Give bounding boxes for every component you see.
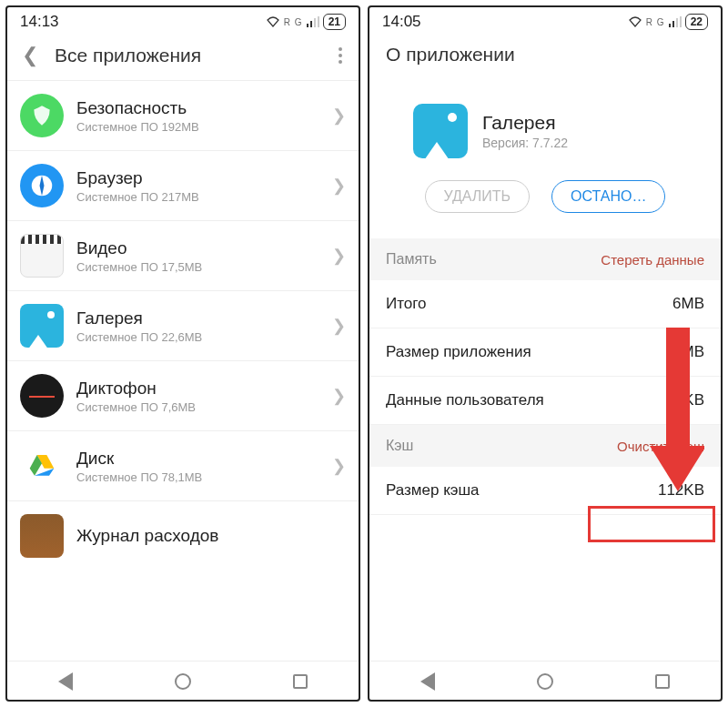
more-icon[interactable]	[339, 47, 346, 64]
memory-section-header: Память Стереть данные	[369, 238, 721, 280]
chevron-right-icon: ❯	[332, 106, 346, 126]
kv-key: Данные пользователя	[386, 391, 544, 409]
app-sub: Системное ПО 78,1MB	[76, 470, 319, 484]
delete-button[interactable]: УДАЛИТЬ	[425, 180, 531, 213]
nav-recent-icon[interactable]	[655, 674, 670, 689]
app-row-gallery[interactable]: Галерея Системное ПО 22,6MB ❯	[7, 291, 359, 361]
app-list: Безопасность Системное ПО 192MB ❯ Браузе…	[7, 80, 359, 661]
status-time: 14:05	[382, 13, 421, 31]
wifi-icon	[266, 16, 280, 27]
status-time: 14:13	[20, 13, 59, 31]
app-sub: Системное ПО 192MB	[76, 120, 319, 134]
chevron-right-icon: ❯	[332, 386, 346, 406]
chevron-right-icon: ❯	[332, 456, 346, 476]
signal-icon	[669, 16, 682, 27]
status-right: R G 21	[266, 14, 346, 30]
app-row-journal[interactable]: Журнал расходов	[7, 501, 359, 571]
wifi-icon	[628, 16, 642, 27]
header: ❮ Все приложения	[7, 35, 359, 80]
status-right: R G 22	[628, 14, 708, 30]
page-title: Все приложения	[55, 45, 324, 66]
phone-right: 14:05 R G 22 О приложении Галерея Версия…	[368, 5, 723, 702]
phone-left: 14:13 R G 21 ❮ Все приложения Безопаснос…	[5, 5, 360, 702]
svg-rect-7	[676, 18, 678, 27]
network-label: R G	[284, 17, 303, 27]
wallet-icon	[20, 514, 64, 558]
app-row-voice[interactable]: Диктофон Системное ПО 7,6MB ❯	[7, 361, 359, 431]
kv-val: 6MB	[672, 295, 704, 313]
annotation-arrow-icon	[650, 328, 704, 510]
nav-bar	[369, 661, 721, 700]
app-sub: Системное ПО 22,6MB	[76, 330, 319, 344]
network-label: R G	[646, 17, 665, 27]
app-row-video[interactable]: Видео Системное ПО 17,5MB ❯	[7, 221, 359, 291]
nav-recent-icon[interactable]	[293, 674, 308, 689]
svg-rect-9	[666, 328, 690, 446]
app-name: Браузер	[76, 168, 319, 188]
svg-rect-1	[310, 21, 312, 27]
app-version: Версия: 7.7.22	[482, 136, 568, 150]
svg-rect-3	[318, 16, 319, 27]
memory-total-row: Итого 6MB	[369, 280, 721, 328]
back-icon[interactable]: ❮	[20, 44, 40, 67]
button-row: УДАЛИТЬ ОСТАНО…	[369, 180, 721, 238]
app-row-drive[interactable]: Диск Системное ПО 78,1MB ❯	[7, 431, 359, 501]
signal-icon	[307, 16, 319, 27]
status-bar: 14:05 R G 22	[369, 7, 721, 35]
stop-button[interactable]: ОСТАНО…	[551, 180, 665, 213]
chevron-right-icon: ❯	[332, 176, 346, 196]
nav-home-icon[interactable]	[537, 673, 553, 690]
app-row-security[interactable]: Безопасность Системное ПО 192MB ❯	[7, 80, 359, 151]
app-name: Безопасность	[76, 98, 319, 118]
security-icon	[20, 94, 64, 137]
app-sub: Системное ПО 7,6MB	[76, 400, 319, 414]
chevron-right-icon: ❯	[332, 316, 346, 336]
svg-marker-10	[650, 446, 704, 491]
svg-rect-2	[314, 18, 316, 27]
status-bar: 14:13 R G 21	[7, 7, 359, 35]
app-row-browser[interactable]: Браузер Системное ПО 217MB ❯	[7, 151, 359, 221]
clear-data-button[interactable]: Стереть данные	[601, 252, 704, 268]
kv-key: Итого	[386, 295, 427, 313]
app-name: Журнал расходов	[76, 526, 346, 546]
nav-home-icon[interactable]	[175, 673, 191, 690]
battery-icon: 21	[323, 14, 346, 30]
nav-back-icon[interactable]	[420, 672, 435, 691]
app-name: Галерея	[482, 112, 568, 134]
browser-icon	[20, 164, 64, 207]
section-label: Память	[386, 251, 437, 268]
battery-icon: 22	[685, 14, 708, 30]
svg-rect-5	[669, 24, 671, 27]
svg-rect-8	[680, 16, 682, 27]
app-name: Видео	[76, 238, 319, 258]
section-label: Кэш	[386, 438, 413, 454]
app-sub: Системное ПО 17,5MB	[76, 260, 319, 274]
app-name: Диктофон	[76, 379, 319, 399]
svg-rect-0	[307, 24, 308, 27]
annotation-highlight	[588, 506, 715, 542]
video-icon	[20, 234, 64, 278]
kv-key: Размер приложения	[386, 343, 531, 361]
app-name: Галерея	[76, 308, 319, 328]
drive-icon	[20, 444, 64, 488]
app-sub: Системное ПО 217MB	[76, 190, 319, 204]
svg-rect-6	[672, 21, 674, 27]
app-header: Галерея Версия: 7.7.22	[369, 78, 721, 180]
page-title: О приложении	[382, 44, 708, 66]
voice-recorder-icon	[20, 374, 64, 418]
nav-bar	[7, 661, 359, 700]
nav-back-icon[interactable]	[58, 672, 73, 691]
header: О приложении	[369, 35, 721, 78]
gallery-icon	[20, 304, 64, 348]
kv-key: Размер кэша	[386, 481, 480, 500]
gallery-icon	[413, 104, 468, 158]
chevron-right-icon: ❯	[332, 246, 346, 266]
app-name: Диск	[76, 449, 319, 469]
